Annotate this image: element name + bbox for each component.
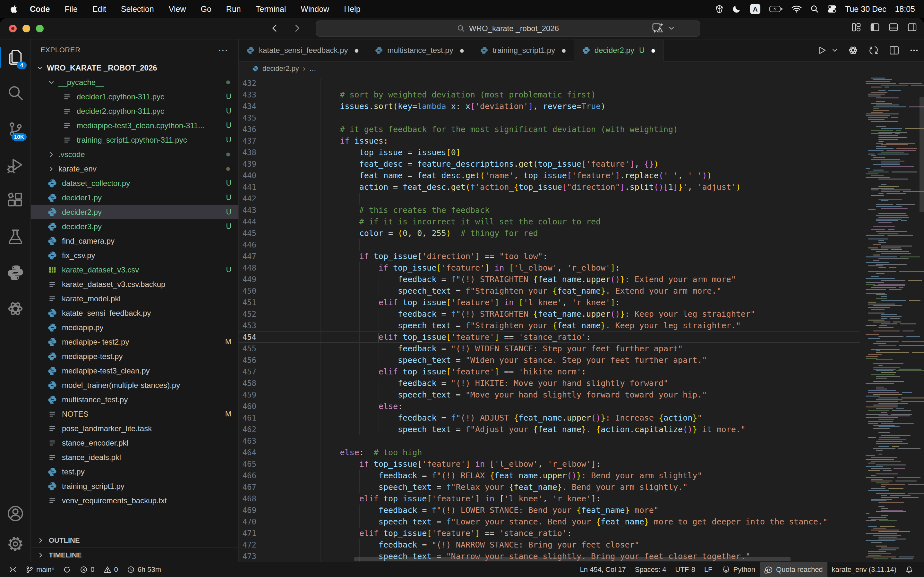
- file-tree-item[interactable]: find_camera.py: [31, 234, 238, 248]
- code-line[interactable]: 449 feedback = f"(!) STRAIGHTEN {feat_na…: [239, 274, 860, 285]
- file-tree-item[interactable]: karate_env: [31, 161, 238, 176]
- code-line[interactable]: 438 top_issue = issues[0]: [239, 147, 860, 158]
- file-tree-item[interactable]: decider3.pyU: [31, 219, 238, 234]
- file-tree-item[interactable]: decider2.cpython-311.pycU: [31, 104, 238, 118]
- toggle-secondary-sidebar-icon[interactable]: [907, 23, 917, 32]
- status-item-utf-8[interactable]: UTF-8: [671, 562, 700, 577]
- editor-tab[interactable]: decider2.pyU●: [574, 39, 664, 61]
- battery-charging-icon[interactable]: [769, 5, 783, 13]
- activity-search-button[interactable]: [0, 75, 31, 111]
- editor-tab[interactable]: katate_sensi_feedback.py●: [239, 39, 367, 61]
- code-editor[interactable]: 432433 # sort by weighted deviation (mos…: [239, 76, 924, 562]
- code-line[interactable]: 456 speech_text = "Widen your stance. St…: [239, 355, 860, 366]
- code-line[interactable]: 439 feat_desc = feature_descriptions.get…: [239, 158, 860, 170]
- activity-accounts-button[interactable]: [0, 498, 31, 529]
- code-line[interactable]: 459 speech_text = "Move your hand slight…: [239, 389, 860, 401]
- status-item-ln-454-col-17[interactable]: Ln 454, Col 17: [575, 562, 630, 577]
- tab-dirty-dot[interactable]: ●: [561, 46, 566, 55]
- vertical-scrollbar[interactable]: [919, 97, 924, 212]
- file-tree-item[interactable]: mediapipe-test.py: [31, 349, 238, 364]
- code-line[interactable]: 457 elif top_issue['feature'] == 'hikite…: [239, 366, 860, 378]
- status-item-python[interactable]: Python: [717, 562, 760, 577]
- code-line[interactable]: 460 else:: [239, 401, 860, 412]
- status-item-0[interactable]: 0: [75, 562, 99, 577]
- status-item[interactable]: [901, 562, 918, 577]
- status-item-6h-53m[interactable]: 6h 53m: [123, 562, 166, 577]
- file-tree-item[interactable]: decider2.pyU: [31, 205, 238, 219]
- file-tree-item[interactable]: fix_csv.py: [31, 248, 238, 263]
- customize-layout-icon[interactable]: [851, 23, 861, 32]
- code-line[interactable]: 435: [239, 112, 860, 124]
- run-python-file-icon[interactable]: [817, 45, 827, 55]
- code-line[interactable]: 466 feedback = f"(!) RELAX {feat_name.up…: [239, 470, 860, 482]
- code-line[interactable]: 467 speech_text = f"Relax your {feat_nam…: [239, 482, 860, 493]
- code-line[interactable]: 472 feedback = "(!) NARROW STANCE: Bring…: [239, 539, 860, 551]
- file-tree-item[interactable]: __pycache__: [31, 75, 238, 89]
- code-line[interactable]: 471 elif top_issue['feature'] == 'stance…: [239, 528, 860, 539]
- code-line[interactable]: 455 feedback = "(!) WIDEN STANCE: Step y…: [239, 343, 860, 355]
- editor-tab[interactable]: multistance_test.py●: [367, 39, 472, 61]
- code-line[interactable]: 450 speech_text = f"Straighten your {fea…: [239, 285, 860, 297]
- horizontal-scrollbar[interactable]: [354, 557, 790, 561]
- status-item[interactable]: [5, 562, 21, 577]
- file-tree-item[interactable]: decider1.cpython-311.pycU: [31, 89, 238, 104]
- run-dropdown-icon[interactable]: [832, 47, 838, 53]
- status-item-quota-reached[interactable]: Quota reached: [760, 562, 827, 577]
- file-tree-item[interactable]: katate_sensi_feedback.py: [31, 306, 238, 320]
- menubar-item-code[interactable]: Code: [23, 5, 57, 14]
- status-item[interactable]: [59, 562, 75, 577]
- activity-testing-button[interactable]: [0, 219, 31, 255]
- code-line[interactable]: 443 # this creates the feedback: [239, 205, 860, 216]
- toggle-panel-icon[interactable]: [889, 23, 898, 32]
- copilot-menu-button[interactable]: [651, 22, 675, 35]
- code-line[interactable]: 433 # sort by weighted deviation (most p…: [239, 89, 860, 101]
- file-tree-item[interactable]: multistance_test.py: [31, 392, 238, 407]
- menubar-item-selection[interactable]: Selection: [113, 5, 162, 14]
- code-line[interactable]: 436 # it gets feedback for the most sign…: [239, 124, 860, 135]
- status-item-spaces-4[interactable]: Spaces: 4: [630, 562, 671, 577]
- breadcrumb-symbol-path[interactable]: …: [309, 64, 317, 73]
- code-line[interactable]: 458 feedback = "(!) HIKITE: Move your ha…: [239, 378, 860, 389]
- code-line[interactable]: 464 else: # too high: [239, 447, 860, 458]
- code-line[interactable]: 463: [239, 435, 860, 447]
- prism-icon[interactable]: [715, 5, 724, 13]
- code-lines[interactable]: 432433 # sort by weighted deviation (mos…: [239, 77, 860, 562]
- tab-dirty-dot[interactable]: ●: [459, 46, 465, 55]
- file-tree-item[interactable]: karate_dataset_v3.csv.backup: [31, 277, 238, 292]
- spotlight-search-icon[interactable]: [811, 5, 819, 13]
- activity-explorer-button[interactable]: 4: [0, 39, 31, 75]
- menubar-item-edit[interactable]: Edit: [85, 5, 113, 14]
- menubar-item-terminal[interactable]: Terminal: [248, 5, 293, 14]
- status-item-karate-env-3-11-14-[interactable]: karate_env (3.11.14): [827, 562, 901, 577]
- menubar-item-view[interactable]: View: [162, 5, 194, 14]
- menubar-item-go[interactable]: Go: [194, 5, 219, 14]
- file-tree-item[interactable]: mediapip.py: [31, 320, 238, 335]
- file-tree-item[interactable]: venv_requirements_backup.txt: [31, 493, 238, 508]
- file-tree-item[interactable]: mediapipe-test3_clean.py: [31, 364, 238, 378]
- file-tree-item[interactable]: karate_model.pkl: [31, 292, 238, 306]
- file-tree-item[interactable]: stance_ideals.pkl: [31, 450, 238, 464]
- tab-dirty-dot[interactable]: ●: [651, 46, 656, 55]
- file-tree-item[interactable]: model_trainer(multiple-stances).py: [31, 378, 238, 392]
- code-line[interactable]: 447 if top_issue['direction'] == "too lo…: [239, 251, 860, 262]
- split-editor-icon[interactable]: [889, 45, 900, 56]
- activity-extensions-button[interactable]: [0, 183, 31, 219]
- file-tree-item[interactable]: decider1.pyU: [31, 190, 238, 205]
- code-line[interactable]: 451 elif top_issue['feature'] in ['l_kne…: [239, 297, 860, 308]
- moon-focus-icon[interactable]: [732, 5, 741, 13]
- code-line[interactable]: 445 color = (0, 0, 255) # thingy for red: [239, 227, 860, 239]
- tab-dirty-dot[interactable]: ●: [354, 46, 359, 55]
- editor-tab[interactable]: training_script1.py●: [472, 39, 574, 61]
- zoom-window-button[interactable]: [36, 25, 44, 32]
- file-tree-item[interactable]: .vscode: [31, 147, 238, 161]
- code-line[interactable]: 440 feat_name = feat_desc.get('name', to…: [239, 170, 860, 181]
- code-line[interactable]: 469 feedback = f"(!) LOWER STANCE: Bend …: [239, 504, 860, 516]
- code-line[interactable]: 441 action = feat_desc.get(f'action_{top…: [239, 181, 860, 193]
- workspace-root-folder[interactable]: WRO_KARATE _ROBOT_2026: [31, 61, 238, 75]
- code-line[interactable]: 465 if top_issue['feature'] in ['l_elbow…: [239, 458, 860, 470]
- code-line[interactable]: 437 if issues:: [239, 135, 860, 147]
- menubar-item-file[interactable]: File: [57, 5, 85, 14]
- file-tree-item[interactable]: mediapipe-test3_clean.cpython-311...U: [31, 118, 238, 133]
- activity-run-and-debug-button[interactable]: [0, 147, 31, 183]
- command-center-search[interactable]: WRO_karate _robot_2026: [316, 21, 700, 37]
